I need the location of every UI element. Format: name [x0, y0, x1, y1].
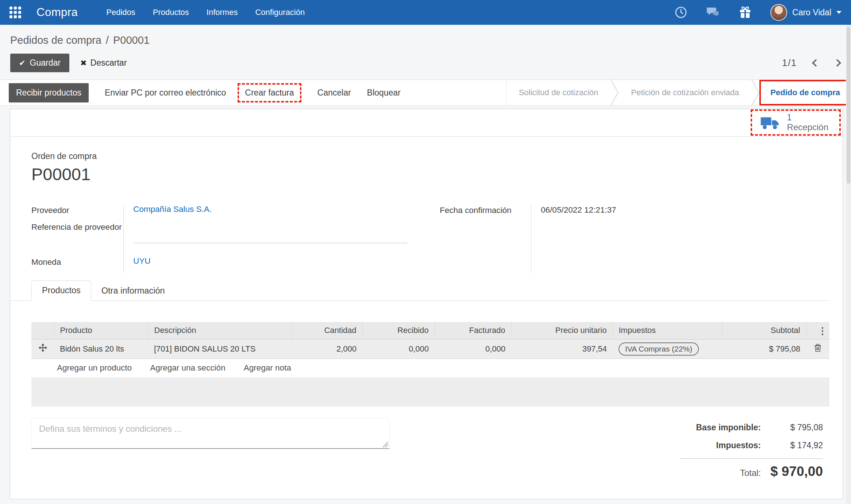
col-descripcion[interactable]: Descripción — [148, 322, 292, 339]
cell-facturado[interactable]: 0,000 — [435, 339, 511, 358]
create-invoice-highlight: Crear factura — [238, 83, 301, 102]
supplier-link[interactable]: Compañía Salus S.A. — [133, 205, 212, 214]
terms-area — [31, 418, 390, 450]
col-cantidad[interactable]: Cantidad — [292, 322, 362, 339]
gift-icon[interactable] — [738, 5, 752, 19]
col-facturado[interactable]: Facturado — [435, 322, 511, 339]
navbar-right: Caro Vidal — [674, 4, 842, 21]
app-name[interactable]: Compra — [36, 6, 78, 19]
tax-badge[interactable]: IVA Compras (22%) — [619, 342, 699, 356]
avatar — [770, 4, 787, 21]
scrollbar-thumb[interactable] — [847, 27, 850, 184]
cell-cantidad[interactable]: 2,000 — [292, 339, 362, 358]
sheet-body: Orden de compra P00001 Proveedor Referen… — [10, 137, 843, 273]
order-line-row[interactable]: Bidón Salus 20 lts [701] BIDON SALUS 20 … — [31, 339, 829, 358]
add-section-link[interactable]: Agregar una sección — [150, 363, 225, 373]
user-menu[interactable]: Caro Vidal — [770, 4, 842, 21]
resize-handle-icon[interactable] — [383, 442, 388, 447]
save-button[interactable]: ✔ Guardar — [10, 54, 69, 72]
page-scrollbar — [846, 25, 851, 504]
receive-products-button[interactable]: Recibir productos — [9, 83, 89, 102]
vendor-ref-input[interactable] — [133, 231, 407, 243]
order-title-label: Orden de compra — [31, 151, 829, 161]
table-header-row: Producto Descripción Cantidad Recibido F… — [31, 322, 829, 339]
cell-precio-unitario[interactable]: 397,54 — [511, 339, 613, 358]
check-icon: ✔ — [19, 59, 26, 67]
chevron-right-icon[interactable] — [833, 59, 841, 67]
statusbar: Recibir productos Enviar PC por correo e… — [0, 80, 851, 106]
tab-productos[interactable]: Productos — [31, 280, 91, 301]
main-menu: Pedidos Productos Informes Configuración — [106, 8, 305, 17]
reception-text: 1 Recepción — [787, 113, 828, 132]
currency-link[interactable]: UYU — [133, 256, 151, 266]
table-footer-links: Agregar un producto Agregar una sección … — [31, 358, 829, 377]
cell-subtotal: $ 795,08 — [722, 339, 806, 358]
x-icon: ✖ — [80, 59, 87, 67]
empty-line-strip — [31, 377, 829, 407]
left-field-group: Proveedor Referencia de proveedor Moneda… — [31, 205, 419, 273]
sheet-bottom: Base imponible: $ 795,08 Impuestos: $ 17… — [31, 418, 829, 487]
activities-clock-icon[interactable] — [674, 5, 688, 19]
currency-label: Moneda — [31, 256, 123, 273]
cell-producto[interactable]: Bidón Salus 20 lts — [54, 339, 148, 358]
add-note-link[interactable]: Agregar nota — [244, 363, 291, 373]
trash-icon[interactable] — [814, 344, 821, 352]
step-peticion-enviada[interactable]: Petición de cotización enviada — [619, 80, 751, 105]
reception-smart-button[interactable]: 1 Recepción — [752, 111, 839, 134]
reception-count: 1 — [787, 113, 828, 122]
send-by-email-button[interactable]: Enviar PC por correo electrónico — [105, 88, 226, 98]
step-separator-icon — [751, 80, 759, 106]
create-invoice-button[interactable]: Crear factura — [245, 88, 294, 98]
col-precio-unitario[interactable]: Precio unitario — [511, 322, 613, 339]
reception-label: Recepción — [787, 122, 828, 132]
messages-chat-icon[interactable] — [706, 5, 720, 19]
notebook-tabs: Productos Otra información — [10, 280, 829, 301]
chevron-left-icon[interactable] — [812, 59, 820, 67]
untaxed-value: $ 795,08 — [761, 423, 823, 433]
form-sheet: 1 Recepción Orden de compra P00001 Prove… — [10, 109, 843, 499]
menu-configuracion[interactable]: Configuración — [255, 8, 305, 17]
drag-handle[interactable] — [31, 339, 54, 358]
cancel-button[interactable]: Cancelar — [317, 88, 351, 98]
taxes-label: Impuestos: — [716, 441, 761, 450]
menu-productos[interactable]: Productos — [153, 8, 189, 17]
cell-impuestos: IVA Compras (22%) — [613, 339, 722, 358]
add-product-link[interactable]: Agregar un producto — [57, 363, 132, 373]
totals-block: Base imponible: $ 795,08 Impuestos: $ 17… — [670, 423, 823, 487]
column-options-icon[interactable]: ⋮ — [818, 325, 827, 337]
col-impuestos[interactable]: Impuestos — [613, 322, 722, 339]
menu-pedidos[interactable]: Pedidos — [106, 8, 135, 17]
total-row: Total: $ 970,00 — [670, 464, 823, 479]
discard-button[interactable]: ✖ Descartar — [80, 58, 127, 68]
lock-button[interactable]: Bloquear — [367, 88, 401, 98]
user-name: Caro Vidal — [792, 8, 831, 18]
top-navbar: Compra Pedidos Productos Informes Config… — [0, 0, 851, 25]
save-label: Guardar — [30, 58, 61, 68]
breadcrumb-separator: / — [106, 34, 109, 46]
status-steps: Solicitud de cotización Petición de coti… — [506, 80, 851, 105]
confirm-date-label: Fecha confirmación — [440, 205, 531, 240]
step-solicitud-cotizacion[interactable]: Solicitud de cotización — [507, 80, 611, 105]
confirm-date-value[interactable]: 06/05/2022 12:21:37 — [541, 205, 829, 240]
menu-informes[interactable]: Informes — [207, 8, 238, 17]
order-name: P00001 — [31, 164, 829, 184]
col-producto[interactable]: Producto — [54, 322, 148, 339]
cell-recibido[interactable]: 0,000 — [362, 339, 435, 358]
breadcrumb-current: P00001 — [113, 34, 150, 46]
col-subtotal[interactable]: Subtotal — [722, 322, 806, 339]
breadcrumb-parent[interactable]: Pedidos de compra — [10, 34, 101, 46]
taxes-row: Impuestos: $ 174,92 — [670, 441, 823, 450]
total-value: $ 970,00 — [761, 464, 823, 479]
order-lines: Producto Descripción Cantidad Recibido F… — [31, 322, 829, 407]
cell-descripcion[interactable]: [701] BIDON SALUS 20 LTS — [148, 339, 292, 358]
tab-otra-informacion[interactable]: Otra información — [91, 281, 175, 301]
step-pedido-de-compra[interactable]: Pedido de compra — [759, 80, 851, 105]
discard-label: Descartar — [91, 58, 127, 68]
apps-grid-icon[interactable] — [9, 7, 21, 18]
totals-divider — [681, 458, 823, 459]
col-recibido[interactable]: Recibido — [362, 322, 435, 339]
reception-highlight: 1 Recepción — [751, 109, 841, 136]
terms-textarea[interactable] — [31, 418, 390, 449]
breadcrumb: Pedidos de compra/P00001 — [0, 25, 851, 46]
total-label: Total: — [740, 468, 761, 478]
